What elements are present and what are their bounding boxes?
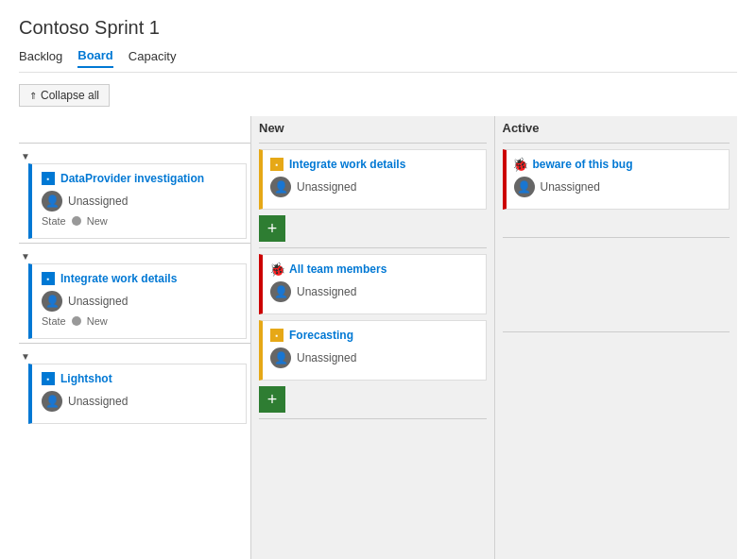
avatar-3: 👤 [42,391,62,412]
column-new-header: New [259,116,487,143]
bug-icon-card-1: 🐞 [514,158,527,171]
assignee-wc1: Unassigned [297,180,356,194]
board-container: ▼ ▪ DataProvider investigation 👤 Unassig… [19,116,737,559]
work-card-3[interactable]: ▪ Forecasting 👤 Unassigned [259,320,487,381]
state-dot-2 [72,316,81,326]
work-card-bug-1-assignee: 👤 Unassigned [514,177,722,197]
new-col-swimlane-2: 🐞 All team members 👤 Unassigned ▪ [259,247,487,418]
card-assignee-3: 👤 Unassigned [42,391,238,412]
assignee-wc3: Unassigned [297,351,356,364]
column-active: Active 🐞 beware of this bug 👤 Unassigned [494,116,738,559]
avatar-wc2: 👤 [270,281,291,302]
avatar-1: 👤 [42,191,62,212]
work-card-1[interactable]: ▪ Integrate work details 👤 Unassigned [259,149,487,210]
avatar-wc3: 👤 [270,347,291,368]
work-card-2-title: 🐞 All team members [270,263,478,276]
card-assignee-1: 👤 Unassigned [42,191,238,212]
column-active-header: Active [503,116,730,143]
add-item-new-1[interactable]: + [259,215,285,242]
card-assignee-2: 👤 Unassigned [42,291,238,312]
work-card-bug-1-title: 🐞 beware of this bug [514,158,722,171]
avatar-icon-wc1: 👤 [274,180,288,194]
swimlane-1-card-title[interactable]: ▪ DataProvider investigation [42,172,238,185]
swimlane-2-card-title[interactable]: ▪ Integrate work details [42,272,238,285]
task-icon-card-1: ▪ [270,158,284,171]
work-card-bug-1[interactable]: 🐞 beware of this bug 👤 Unassigned [503,149,730,210]
active-col-swimlane-2 [503,237,730,331]
active-col-swimlane-1: 🐞 beware of this bug 👤 Unassigned [503,143,730,237]
work-card-2-assignee: 👤 Unassigned [270,281,478,302]
avatar-icon-bug1: 👤 [517,180,531,194]
nav-board[interactable]: Board [77,48,113,68]
avatar-icon-wc2: 👤 [274,285,288,298]
assignee-text-1: Unassigned [68,195,128,208]
task-icon-1: ▪ [42,172,55,185]
nav-bar: Backlog Board Capacity [19,48,737,73]
swimlane-2-collapse[interactable]: ▼ [21,251,30,262]
swimlane-3-card-title[interactable]: ▪ Lightshot [42,372,238,385]
work-card-3-assignee: 👤 Unassigned [270,347,478,368]
toolbar: ⇑ Collapse all [19,84,737,107]
nav-backlog[interactable]: Backlog [19,49,62,67]
collapse-all-button[interactable]: ⇑ Collapse all [19,84,110,107]
swimlane-2: ▼ ▪ Integrate work details 👤 Unassigned [19,243,250,339]
work-card-1-title: ▪ Integrate work details [270,158,478,171]
page-wrapper: Contoso Sprint 1 Backlog Board Capacity … [0,0,756,559]
work-card-1-assignee: 👤 Unassigned [270,177,478,197]
new-col-swimlane-1: ▪ Integrate work details 👤 Unassigned + [259,143,487,247]
swimlane-3-label-row: ▼ [19,344,250,362]
avatar-bug1: 👤 [514,177,535,197]
avatar-icon-1: 👤 [45,195,60,208]
swimlane-2-card: ▪ Integrate work details 👤 Unassigned St… [28,263,247,339]
state-dot-1 [72,216,81,226]
swimlane-1-card: ▪ DataProvider investigation 👤 Unassigne… [28,163,247,239]
work-card-3-title: ▪ Forecasting [270,329,478,342]
column-new: New ▪ Integrate work details 👤 Unassigne… [250,116,494,559]
avatar-wc1: 👤 [270,177,291,197]
task-icon-3: ▪ [42,372,55,385]
swimlane-3: ▼ ▪ Lightshot 👤 Unassigned [19,343,250,424]
add-item-new-2[interactable]: + [259,386,285,413]
avatar-2: 👤 [42,291,62,312]
task-icon-card-3: ▪ [270,329,284,342]
board-columns: New ▪ Integrate work details 👤 Unassigne… [250,116,737,559]
collapse-all-label: Collapse all [41,89,99,102]
page-title: Contoso Sprint 1 [19,17,737,39]
swimlane-3-card: ▪ Lightshot 👤 Unassigned [28,364,247,424]
avatar-icon-2: 👤 [45,295,60,308]
sidebar-header-space [19,116,250,143]
work-card-2[interactable]: 🐞 All team members 👤 Unassigned [259,254,487,314]
swimlane-sidebar: ▼ ▪ DataProvider investigation 👤 Unassig… [19,116,250,559]
swimlane-1-collapse[interactable]: ▼ [21,151,30,161]
card-state-2: State New [42,315,238,327]
avatar-icon-wc3: 👤 [274,351,288,364]
collapse-icon: ⇑ [29,91,37,101]
swimlane-2-label-row: ▼ [19,244,250,262]
assignee-wc2: Unassigned [297,285,356,298]
task-icon-2: ▪ [42,272,55,285]
active-col-swimlane-3 [503,331,730,426]
nav-capacity[interactable]: Capacity [129,49,177,67]
bug-icon-card-2: 🐞 [270,263,284,276]
new-col-swimlane-3 [259,418,487,513]
assignee-text-3: Unassigned [68,395,128,408]
assignee-text-2: Unassigned [68,295,128,308]
swimlane-1: ▼ ▪ DataProvider investigation 👤 Unassig… [19,143,250,239]
swimlane-1-label-row: ▼ [19,144,250,161]
card-state-1: State New [42,215,238,227]
assignee-bug1: Unassigned [541,180,600,194]
avatar-icon-3: 👤 [45,395,60,408]
swimlane-3-collapse[interactable]: ▼ [21,351,30,362]
